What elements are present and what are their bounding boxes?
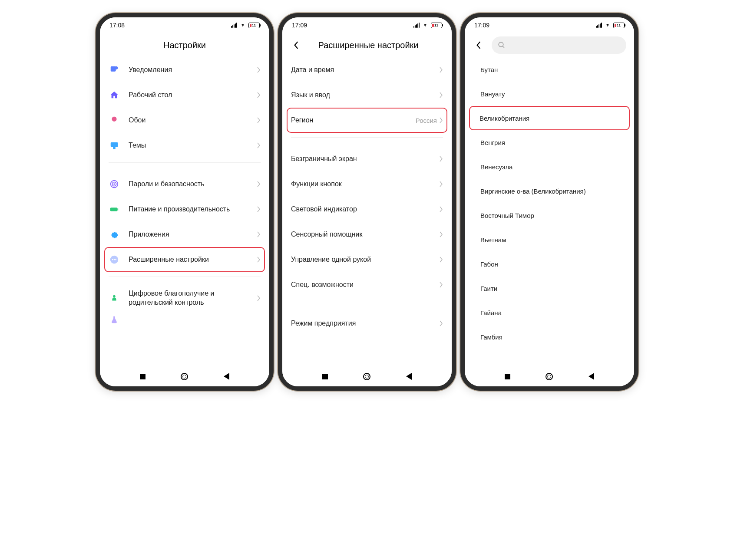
status-bar: 17:09 11 xyxy=(465,17,634,33)
adv-onehand[interactable]: Управление одной рукой xyxy=(288,247,446,272)
chevron-right-icon xyxy=(257,295,261,301)
chevron-right-icon xyxy=(440,67,443,73)
region-vanuatu[interactable]: Вануату xyxy=(471,82,628,106)
settings-desktop[interactable]: Рабочий стол xyxy=(106,82,263,108)
back-button[interactable] xyxy=(290,39,302,51)
themes-icon xyxy=(109,140,120,151)
region-hungary[interactable]: Венгрия xyxy=(471,130,628,155)
battery-icon xyxy=(109,204,120,215)
battery-icon: 11 xyxy=(431,23,442,28)
region-haiti[interactable]: Гаити xyxy=(471,276,628,300)
wifi-icon xyxy=(604,23,611,28)
region-gabon[interactable]: Габон xyxy=(471,252,628,276)
header: Расширенные настройки xyxy=(282,33,452,57)
nav-bar xyxy=(100,366,269,386)
svg-rect-7 xyxy=(110,208,118,211)
region-bhutan[interactable]: Бутан xyxy=(471,57,628,82)
chevron-right-icon xyxy=(257,181,261,187)
phone-advanced: 17:09 11 Расширенные настройки Дата и вр… xyxy=(278,13,456,391)
chevron-right-icon xyxy=(440,181,443,187)
adv-region[interactable]: Регион Россия xyxy=(287,108,447,133)
signal-icon xyxy=(596,23,602,28)
svg-point-6 xyxy=(114,184,115,184)
nav-bar xyxy=(465,366,634,386)
divider xyxy=(291,137,443,138)
adv-led[interactable]: Световой индикатор xyxy=(288,197,446,222)
adv-fullscreen[interactable]: Безграничный экран xyxy=(288,146,446,171)
settings-advanced[interactable]: Расширенные настройки xyxy=(104,247,265,272)
svg-rect-3 xyxy=(113,147,116,149)
divider xyxy=(109,162,261,163)
settings-power[interactable]: Питание и производительность xyxy=(106,197,263,222)
nav-back[interactable] xyxy=(222,372,231,381)
search-icon xyxy=(498,41,506,49)
fingerprint-icon xyxy=(109,178,120,190)
settings-wellbeing[interactable]: Цифровое благополучие и родительский кон… xyxy=(106,286,263,311)
header xyxy=(465,33,634,57)
adv-accessibility[interactable]: Спец. возможности xyxy=(288,272,446,297)
svg-point-14 xyxy=(499,42,503,47)
nav-back[interactable] xyxy=(587,372,596,381)
status-bar: 17:09 11 xyxy=(282,17,452,33)
nav-back[interactable] xyxy=(404,372,414,381)
status-bar: 17:08 11 xyxy=(100,17,269,33)
svg-rect-8 xyxy=(117,208,118,211)
chevron-right-icon xyxy=(440,206,443,212)
nav-home[interactable] xyxy=(180,372,189,381)
chevron-right-icon xyxy=(257,117,261,123)
adv-language[interactable]: Язык и ввод xyxy=(288,82,446,108)
chevron-right-icon xyxy=(257,257,261,263)
region-uk[interactable]: Великобритания xyxy=(469,106,630,130)
region-vietnam[interactable]: Вьетнам xyxy=(471,227,628,252)
page-title: Настройки xyxy=(163,40,206,50)
chevron-right-icon xyxy=(440,282,443,288)
settings-themes[interactable]: Темы xyxy=(106,133,263,158)
divider xyxy=(291,302,443,302)
settings-wallpaper[interactable]: Обои xyxy=(106,108,263,133)
phone-region-list: 17:09 11 Бутан Вануату Великобритания Ве… xyxy=(460,13,638,391)
chevron-right-icon xyxy=(440,257,443,263)
settings-cut[interactable] xyxy=(106,311,263,329)
adv-quickball[interactable]: Сенсорный помощник xyxy=(288,222,446,247)
chevron-right-icon xyxy=(257,206,261,212)
nav-recent[interactable] xyxy=(503,372,512,381)
chevron-right-icon xyxy=(440,92,443,98)
region-timor[interactable]: Восточный Тимор xyxy=(471,203,628,227)
divider xyxy=(109,277,261,277)
page-title: Расширенные настройки xyxy=(305,40,432,50)
battery-icon: 11 xyxy=(248,23,260,28)
chevron-right-icon xyxy=(257,67,261,73)
signal-icon xyxy=(231,23,237,28)
region-guyana[interactable]: Гайана xyxy=(471,300,628,325)
settings-notifications[interactable]: Уведомления xyxy=(106,57,263,82)
chevron-right-icon xyxy=(440,117,443,123)
chevron-right-icon xyxy=(440,320,443,326)
header: Настройки xyxy=(100,33,269,57)
back-button[interactable] xyxy=(473,39,485,51)
nav-recent[interactable] xyxy=(138,372,147,381)
chevron-right-icon xyxy=(257,142,261,148)
adv-enterprise[interactable]: Режим предприятия xyxy=(288,311,446,336)
wifi-icon xyxy=(239,23,246,28)
svg-point-12 xyxy=(115,259,116,260)
flask-icon xyxy=(109,314,120,326)
region-bvi[interactable]: Виргинские о-ва (Великобритания) xyxy=(471,179,628,203)
clock: 17:09 xyxy=(474,22,489,29)
settings-apps[interactable]: Приложения xyxy=(106,222,263,247)
nav-home[interactable] xyxy=(362,372,372,381)
nav-home[interactable] xyxy=(545,372,554,381)
phone-settings: 17:08 11 Настройки Уведомления Рабочий с… xyxy=(96,13,274,391)
adv-datetime[interactable]: Дата и время xyxy=(288,57,446,82)
region-gambia[interactable]: Гамбия xyxy=(471,325,628,349)
adv-buttons[interactable]: Функции кнопок xyxy=(288,171,446,197)
more-icon xyxy=(109,254,120,265)
region-venezuela[interactable]: Венесуэла xyxy=(471,155,628,179)
nav-recent[interactable] xyxy=(320,372,330,381)
gear-icon xyxy=(109,229,120,240)
wallpaper-icon xyxy=(109,115,120,126)
wifi-icon xyxy=(422,23,429,28)
signal-icon xyxy=(413,23,420,28)
settings-security[interactable]: Пароли и безопасность xyxy=(106,171,263,197)
svg-point-10 xyxy=(112,259,113,260)
search-input[interactable] xyxy=(492,36,626,54)
